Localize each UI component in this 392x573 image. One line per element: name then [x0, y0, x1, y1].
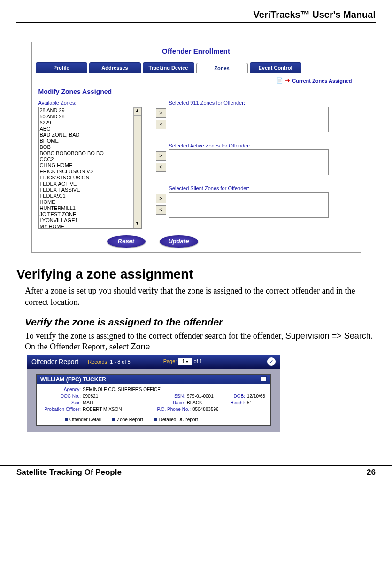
page-of: of 1	[194, 358, 202, 364]
arrow-icon: ➜	[285, 77, 290, 84]
sex-value: MALE	[83, 400, 153, 405]
tab-profile[interactable]: Profile	[36, 62, 87, 73]
selected-active-label: Selected Active Zones for Offender:	[169, 143, 354, 148]
add-active-button[interactable]: >	[156, 151, 166, 161]
list-item[interactable]: MY HOME	[40, 224, 140, 229]
dob-label: DOB:	[224, 394, 247, 399]
add-911-button[interactable]: >	[156, 108, 166, 118]
section-heading: Verifying a zone assignment	[16, 267, 376, 282]
scroll-down-icon[interactable]: ▼	[134, 220, 141, 228]
enrollment-title: Offender Enrollment	[32, 42, 361, 62]
list-item[interactable]: CLING HOME	[40, 163, 140, 169]
list-item[interactable]: BHOME	[40, 138, 140, 144]
list-item[interactable]: BOB	[40, 144, 140, 150]
phone-label: P.O. Phone No.:	[153, 407, 192, 412]
available-zones-label: Available Zones:	[38, 100, 142, 106]
paragraph: After a zone is set up you should verify…	[16, 286, 376, 308]
doc-label: DOC No.:	[41, 394, 83, 399]
po-value: ROBERT MIXSON	[83, 407, 153, 412]
agency-value: SEMINOLE CO. SHERIFF'S OFFICE	[83, 387, 161, 392]
list-item[interactable]: HOME	[40, 199, 140, 205]
reset-button[interactable]: Reset	[107, 235, 146, 248]
tab-tracking-device[interactable]: Tracking Device	[143, 62, 194, 73]
paragraph: To verify the zone is assigned to the co…	[16, 331, 376, 353]
offender-card: WILLIAM (FPC) TUCKER Agency: SEMINOLE CO…	[36, 374, 271, 426]
agency-label: Agency:	[41, 387, 83, 392]
selected-911-label: Selected 911 Zones for Offender:	[169, 100, 354, 106]
list-item[interactable]: BAD ZONE, BAD	[40, 132, 140, 138]
header-divider	[16, 22, 376, 23]
divider	[41, 414, 266, 414]
page-select[interactable]: 1 ▾	[178, 358, 192, 365]
list-item[interactable]: BOBO BOBOBOBO BO BO	[40, 150, 140, 156]
po-label: Probation Officer:	[41, 407, 83, 412]
current-zones-link[interactable]: Current Zones Assigned	[292, 78, 352, 84]
tab-addresses[interactable]: Addresses	[89, 62, 141, 73]
page-footer: Satellite Tracking Of People 26	[0, 465, 392, 487]
tab-event-control[interactable]: Event Control	[250, 62, 301, 73]
tab-zones[interactable]: Zones	[196, 63, 248, 73]
list-item[interactable]: HUNTERMILL1	[40, 205, 140, 211]
records-value: 1 - 8 of 8	[110, 359, 130, 364]
selected-silent-listbox[interactable]	[169, 192, 329, 218]
sex-label: Sex:	[41, 400, 83, 405]
list-item[interactable]: FEDEX ACTIVE	[40, 181, 140, 187]
list-item[interactable]: ERICK'S INCLUSION	[40, 175, 140, 181]
report-header: Offender Report Records: 1 - 8 of 8 Page…	[27, 355, 280, 369]
scroll-up-icon[interactable]: ▲	[134, 107, 141, 116]
selected-silent-label: Selected Silent Zones for Offender:	[169, 186, 354, 191]
document-icon: 📄	[277, 77, 283, 84]
race-label: Race:	[153, 400, 187, 405]
selected-911-listbox[interactable]	[169, 107, 329, 132]
ssn-label: SSN:	[153, 394, 187, 399]
list-item[interactable]: FEDEX PASSIVE	[40, 187, 140, 193]
remove-silent-button[interactable]: <	[156, 205, 166, 215]
subsection-heading: Verify the zone is assigned to the offen…	[16, 317, 376, 328]
list-item[interactable]: 50 AND 28	[40, 114, 140, 120]
check-icon[interactable]: ✓	[267, 357, 276, 366]
manual-title: VeriTracks™ User's Manual	[16, 9, 376, 20]
card-toggle-icon[interactable]	[261, 376, 267, 382]
doc-value: 090821	[83, 394, 153, 399]
phone-value: 8504883596	[192, 407, 219, 412]
selected-active-listbox[interactable]	[169, 149, 329, 175]
list-item[interactable]: 28 AND 29	[40, 108, 140, 114]
list-item[interactable]: JC TEST ZONE	[40, 211, 140, 217]
footer-left: Satellite Tracking Of People	[16, 468, 122, 477]
update-button[interactable]: Update	[160, 235, 198, 248]
list-item[interactable]: CCC2	[40, 156, 140, 163]
list-item[interactable]: LYONVILLAGE1	[40, 217, 140, 224]
list-item[interactable]: 6229	[40, 120, 140, 126]
remove-active-button[interactable]: <	[156, 163, 166, 172]
height-label: Height:	[224, 400, 247, 405]
scrollbar[interactable]: ▲ ▼	[133, 107, 141, 228]
enrollment-screenshot: Offender Enrollment Profile Addresses Tr…	[31, 42, 361, 253]
race-value: BLACK	[187, 400, 224, 405]
page-label: Page:	[163, 358, 177, 364]
bullet-icon	[154, 418, 157, 421]
list-item[interactable]: FEDEX911	[40, 193, 140, 199]
page-number: 26	[367, 468, 376, 477]
zone-report-link[interactable]: Zone Report	[117, 417, 143, 422]
list-item[interactable]: ERICK INCLUSION V.2	[40, 169, 140, 175]
ssn-value: 979-01-0001	[187, 394, 224, 399]
add-silent-button[interactable]: >	[156, 194, 166, 203]
records-label: Records:	[88, 359, 108, 364]
available-zones-listbox[interactable]: 28 AND 29 50 AND 28 6229 ABC BAD ZONE, B…	[38, 107, 142, 229]
remove-911-button[interactable]: <	[156, 120, 166, 129]
list-item[interactable]: ABC	[40, 126, 140, 132]
modify-zones-title: Modify Zones Assigned	[32, 86, 361, 100]
tab-bar: Profile Addresses Tracking Device Zones …	[32, 62, 361, 73]
height-value: 51	[247, 400, 252, 405]
bullet-icon	[65, 418, 68, 421]
report-title: Offender Report	[31, 358, 78, 365]
offender-report-screenshot: Offender Report Records: 1 - 8 of 8 Page…	[27, 355, 280, 432]
offender-detail-link[interactable]: Offender Detail	[69, 417, 101, 422]
bullet-icon	[112, 418, 115, 421]
detailed-dc-report-link[interactable]: Detailed DC report	[159, 417, 198, 422]
dob-value: 12/10/63	[247, 394, 265, 399]
offender-name: WILLIAM (FPC) TUCKER	[40, 376, 106, 383]
